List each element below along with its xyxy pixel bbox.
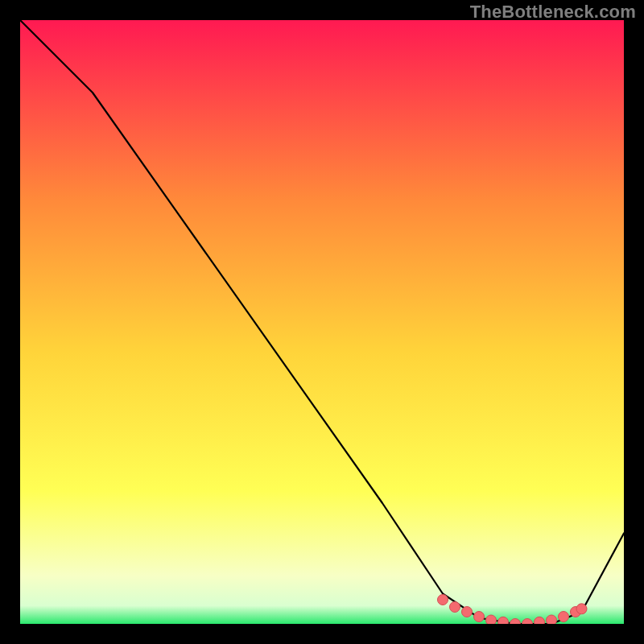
marker-dot [498,617,509,624]
marker-dot [576,604,587,614]
plot-area [20,20,624,624]
marker-dot [559,612,569,622]
marker-dot [462,607,473,617]
watermark-label: TheBottleneck.com [470,2,636,23]
marker-dot [535,617,545,624]
marker-dot [486,615,497,624]
gradient-background [20,20,624,624]
marker-dot [474,612,485,622]
marker-dot [547,615,557,624]
marker-dot [438,595,448,605]
chart-svg [20,20,624,624]
marker-dot [450,602,460,613]
chart-stage: TheBottleneck.com [0,0,644,644]
